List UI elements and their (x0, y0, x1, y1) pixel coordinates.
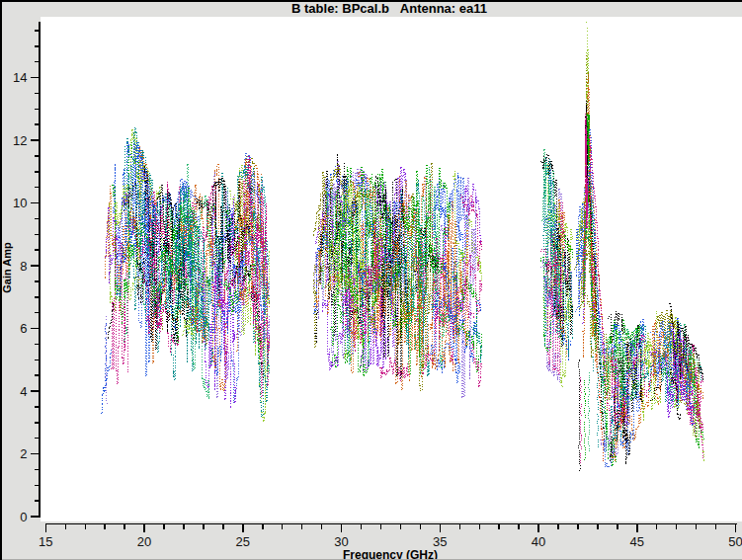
svg-text:40: 40 (532, 534, 545, 549)
svg-text:50: 50 (728, 534, 742, 549)
svg-text:20: 20 (137, 534, 151, 549)
svg-text:30: 30 (334, 534, 348, 549)
svg-text:15: 15 (39, 534, 52, 549)
svg-text:6: 6 (20, 321, 27, 336)
svg-text:12: 12 (13, 133, 27, 148)
svg-text:45: 45 (630, 534, 644, 549)
svg-text:25: 25 (236, 534, 250, 549)
svg-text:8: 8 (20, 259, 27, 274)
svg-text:0: 0 (20, 510, 27, 524)
svg-text:4: 4 (20, 384, 27, 399)
svg-text:10: 10 (13, 196, 27, 210)
svg-text:14: 14 (13, 70, 27, 85)
svg-text:2: 2 (20, 446, 27, 461)
svg-text:35: 35 (433, 534, 447, 549)
